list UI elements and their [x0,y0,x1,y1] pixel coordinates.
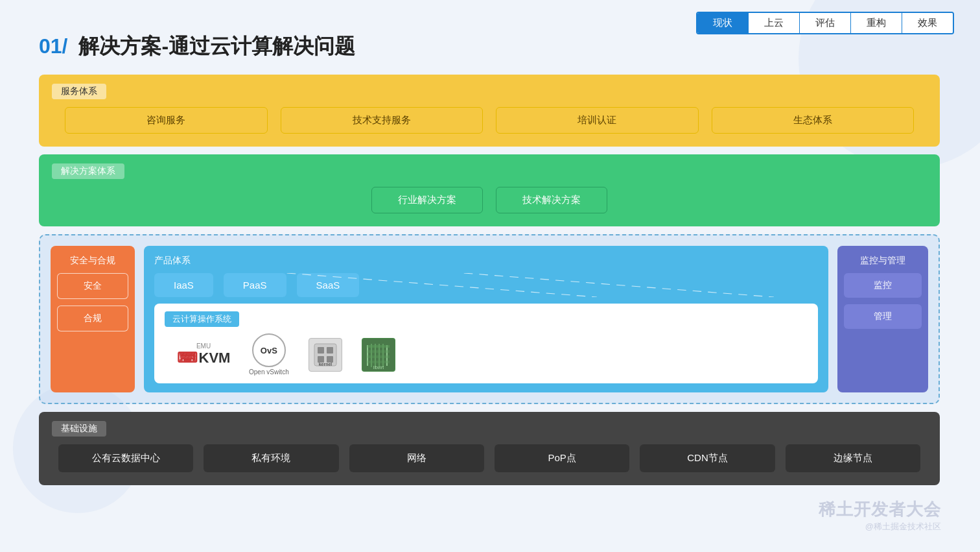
infra-item-3: PoP点 [495,444,629,472]
infra-layer-label: 基础设施 [52,421,106,437]
solution-items: 行业解决方案 技术解决方案 [52,187,927,213]
service-layer: 服务体系 咨询服务 技术支持服务 培训认证 生态体系 [39,75,940,147]
libvirt-img: libvirt [362,338,395,372]
kernel-square: kernel [309,338,342,372]
service-item-2: 培训认证 [496,107,699,134]
service-item-3: 生态体系 [712,107,915,134]
nav-btn-current[interactable]: 现状 [697,13,749,33]
infra-items: 公有云数据中心 私有环境 网络 PoP点 CDN节点 边缘节点 [52,444,927,472]
monitor-panel-title: 监控与管理 [860,255,905,267]
security-panel-title: 安全与合规 [70,255,115,267]
svg-rect-17 [368,355,390,358]
page-title: 01/ 解决方案-通过云计算解决问题 [39,32,355,61]
watermark-sub: @稀土掘金技术社区 [819,521,941,533]
monitor-btn-0: 监控 [844,273,922,298]
infra-layer: 基础设施 公有云数据中心 私有环境 网络 PoP点 CDN节点 边缘节点 [39,412,940,485]
monitor-btn-1: 管理 [844,304,922,329]
svg-rect-15 [368,345,390,348]
product-btn-paas: PaaS [224,273,286,297]
service-layer-label: 服务体系 [52,84,106,99]
product-btn-saas: SaaS [297,273,360,297]
security-btn-1: 合规 [57,306,128,331]
product-panel: 产品体系 IaaS PaaS SaaS 云计算操作系统 [144,246,828,392]
cloud-os-box: 云计算操作系统 EMU ⌨ KVM [154,304,818,383]
nav-btn-effect[interactable]: 效果 [902,13,953,33]
svg-text:kernel: kernel [318,362,332,366]
infra-item-5: 边缘节点 [786,444,920,472]
solution-item-1: 技术解决方案 [496,187,607,213]
kvm-icon: EMU ⌨ KVM [178,337,229,372]
ovs-circle: OvS [252,333,286,367]
svg-rect-16 [368,350,390,353]
service-items: 咨询服务 技术支持服务 培训认证 生态体系 [52,107,927,134]
ovs-icon: OvS Open vSwitch [249,333,289,376]
libvirt-icon: libvirt [362,338,395,372]
top-navigation: 现状 上云 评估 重构 效果 [696,12,954,34]
product-panel-title: 产品体系 [154,255,818,267]
service-item-1: 技术支持服务 [281,107,484,134]
infra-item-4: CDN节点 [640,444,775,472]
infra-item-1: 私有环境 [204,444,338,472]
cloud-os-label: 云计算操作系统 [165,311,239,327]
svg-rect-4 [327,347,333,354]
nav-btn-upload[interactable]: 上云 [749,13,800,33]
security-panel: 安全与合规 安全 合规 [51,246,135,392]
monitor-panel: 监控与管理 监控 管理 [837,246,928,392]
watermark: 稀土开发者大会 @稀土掘金技术社区 [819,498,941,533]
cloud-os-icons: EMU ⌨ KVM OvS Open vSwitch [165,333,808,376]
security-btn-0: 安全 [57,273,128,299]
nav-btn-evaluate[interactable]: 评估 [800,13,851,33]
service-item-0: 咨询服务 [65,107,268,134]
product-items: IaaS PaaS SaaS [154,273,818,297]
infra-item-2: 网络 [349,444,484,472]
svg-rect-3 [318,347,324,354]
main-diagram: 服务体系 咨询服务 技术支持服务 培训认证 生态体系 解决方案体系 行业解决方案… [39,75,940,485]
solution-layer: 解决方案体系 行业解决方案 技术解决方案 [39,154,940,226]
solution-layer-label: 解决方案体系 [52,163,124,179]
solution-item-0: 行业解决方案 [371,187,483,213]
svg-rect-18 [368,361,390,363]
product-btn-iaas: IaaS [154,273,213,297]
nav-btn-restructure[interactable]: 重构 [851,13,902,33]
middle-layer: 安全与合规 安全 合规 产品体系 IaaS PaaS SaaS [39,234,940,404]
infra-item-0: 公有云数据中心 [58,444,193,472]
kernel-icon: kernel [309,338,342,372]
watermark-title: 稀土开发者大会 [819,498,941,521]
svg-text:libvirt: libvirt [373,365,384,370]
